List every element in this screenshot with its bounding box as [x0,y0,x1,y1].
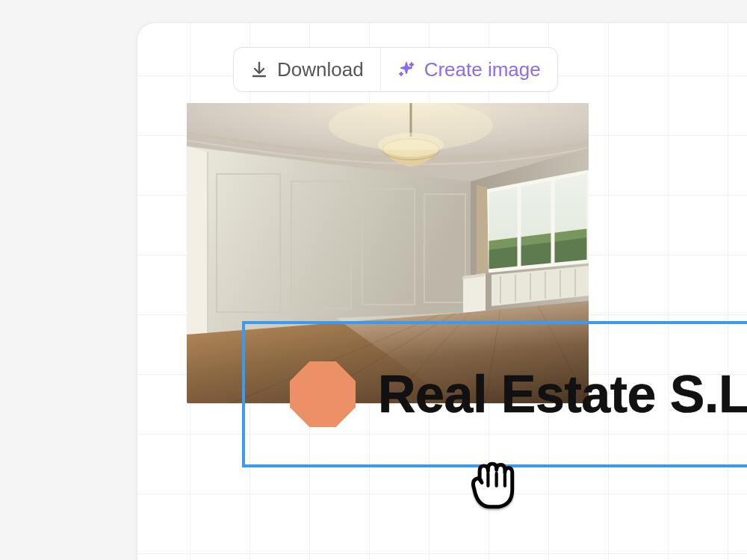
image-toolbar: Download Create image [233,47,558,92]
canvas-panel[interactable]: Download Create image [137,22,747,560]
create-image-button[interactable]: Create image [381,48,557,91]
download-icon [250,60,268,78]
sparkle-icon [397,60,415,78]
download-label: Download [277,58,364,81]
text-object-selected[interactable]: Real Estate S.L. [242,321,747,467]
text-object-label[interactable]: Real Estate S.L. [378,364,747,424]
create-image-label: Create image [424,58,541,81]
svg-marker-6 [187,146,208,353]
svg-marker-18 [477,185,489,276]
download-button[interactable]: Download [234,48,380,91]
svg-marker-26 [463,273,486,317]
bullet-icon [290,361,356,427]
